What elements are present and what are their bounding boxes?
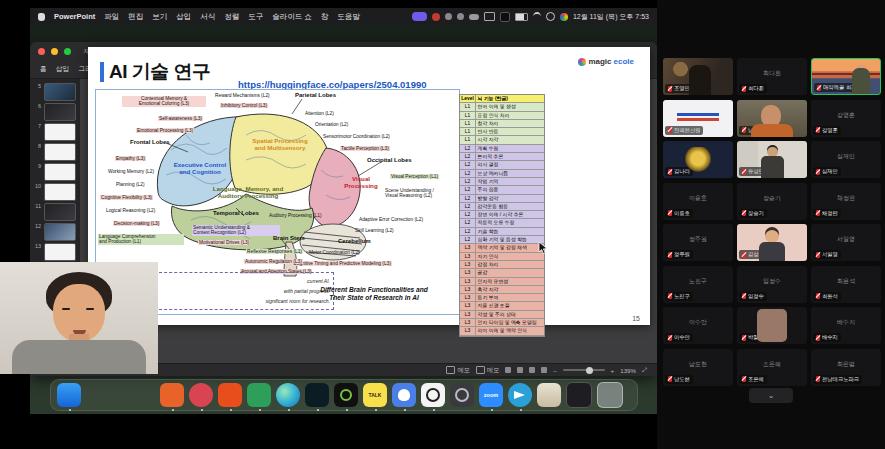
participant-tile[interactable]: 정주원 정주원 [663,224,733,261]
menubar-item[interactable]: 서식 [200,12,215,22]
comments-button[interactable]: 메모 [476,366,499,375]
trash-icon[interactable] [597,382,623,408]
screen-share-indicator-icon[interactable] [412,12,427,21]
participant-tile[interactable]: 남도현 남도현 [663,349,733,386]
normal-view-button[interactable] [505,367,511,373]
slideshow-button[interactable] [541,367,547,373]
terminal-icon[interactable] [566,382,592,408]
menubar-item[interactable]: 정렬 [224,12,239,22]
slide-sorter-button[interactable] [517,367,523,373]
participant-tile[interactable]: 조영민 [663,58,733,95]
zoom-level[interactable]: 139% [620,367,636,374]
participant-tile[interactable]: 채정완 채정완 [811,183,881,220]
openai-gray-icon[interactable] [450,383,474,407]
participant-tile[interactable]: 김성수 [737,224,807,261]
menubar-item[interactable]: 창 [321,12,329,22]
reading-view-button[interactable] [529,367,535,373]
display-icon[interactable] [484,12,495,21]
status-dot-icon[interactable] [457,13,464,20]
participant-tile[interactable]: 임정수 임정수 [737,266,807,303]
participant-tile[interactable]: 매직에꼴 최지구 [811,58,881,95]
red-app-icon[interactable] [189,383,213,407]
maximize-button[interactable] [64,48,71,55]
notes-button[interactable]: 메모 [446,366,469,375]
close-button[interactable] [38,48,45,55]
slide-thumbnail[interactable]: 8 [34,143,76,161]
notion-icon[interactable] [500,12,510,22]
menubar-item[interactable]: 도구 [248,12,263,22]
slide-thumbnail[interactable]: 5 [34,83,76,101]
participant-tile[interactable]: 김나라 [663,141,733,178]
participant-tile[interactable]: 장승기 장승기 [737,183,807,220]
blue-assistant-app-icon[interactable] [392,383,416,407]
kakaotalk-icon[interactable] [363,383,387,407]
slide-number: 13 [34,243,41,249]
menubar-item[interactable]: 도움말 [337,12,360,22]
participant-tile[interactable]: 유상민 [737,141,807,178]
battery-icon[interactable] [515,13,528,21]
menubar-item[interactable]: 삽입 [176,12,191,22]
onedrive-cloud-icon[interactable] [469,14,479,20]
minimize-button[interactable] [51,48,58,55]
participant-tile[interactable]: 최다흰 최다흰 [737,58,807,95]
slide-thumbnail[interactable]: 9 [34,163,76,181]
starburst-app-icon[interactable] [218,383,242,407]
participant-name-label: 한국전산원 [665,126,703,135]
slide-thumbnail[interactable]: 11 [34,203,76,221]
menubar-item[interactable]: PowerPoint [54,12,95,22]
account-icon[interactable] [445,13,452,20]
edge-browser-icon[interactable] [276,383,300,407]
menubar-item[interactable]: 보기 [152,12,167,22]
fullscreen-icon[interactable]: ⤢ [642,366,647,374]
slide-thumbnail[interactable]: 7 [34,123,76,141]
level-cell: L3 [460,302,476,309]
slide-thumbnail[interactable]: 6 [34,103,76,121]
participant-tile[interactable]: 남서울 김민수 [737,100,807,137]
participant-tile[interactable]: 강영훈 강영훈 [811,100,881,137]
level-cell: L3 [460,261,476,268]
ribbon-tab[interactable]: 삽입 [56,64,70,74]
participant-tile[interactable]: 최윤석 최윤석 [811,266,881,303]
show-more-participants-button[interactable]: ⌄ [749,388,793,403]
chatgpt-icon[interactable] [421,383,445,407]
menubar-item[interactable]: 슬라이드 쇼 [272,12,312,22]
finder-icon[interactable] [57,383,81,407]
presenter-webcam-video[interactable] [0,262,158,374]
zoom-in-icon[interactable]: + [611,367,615,374]
apple-menu-icon[interactable] [38,13,45,21]
table-row: L2 작업 기억 [460,178,544,186]
zoom-out-icon[interactable]: – [553,367,556,374]
excel-icon[interactable] [247,383,271,407]
slide-thumbnail[interactable]: 10 [34,183,76,201]
record-status-icon[interactable] [432,13,440,21]
slide-number: 8 [34,143,41,149]
participant-tile[interactable]: 서일영 서일영 [811,224,881,261]
file-manager-icon[interactable] [537,383,561,407]
participant-tile[interactable]: 박철민 [737,307,807,344]
participant-tile[interactable]: 이수만 이수만 [663,307,733,344]
menubar-clock[interactable]: 12월 11일 (목) 오후 7:53 [573,12,649,22]
slide-thumbnail[interactable]: 12 [34,223,76,241]
zoom-app-icon[interactable] [479,383,503,407]
menubar-item[interactable]: 편집 [128,12,143,22]
telegram-icon[interactable] [508,383,532,407]
spotlight-search-icon[interactable] [546,12,555,21]
participant-tile[interactable]: 한국전산원 [663,100,733,137]
participant-tile[interactable]: 배수지 배수지 [811,307,881,344]
participant-tile[interactable]: 심재민 심재민 [811,141,881,178]
dooray-icon[interactable] [160,383,184,407]
muted-mic-icon [668,86,672,92]
participant-tile[interactable]: 노진구 노진구 [663,266,733,303]
pinwheel-icon[interactable] [560,13,568,21]
green-ring-app-icon[interactable] [334,383,358,407]
slide-thumbnail[interactable]: 13 [34,243,76,261]
wifi-icon[interactable] [533,12,541,22]
audio-wave-app-icon[interactable] [305,383,329,407]
participant-tile[interactable]: 최은별 전남테크노파크 [811,349,881,386]
zoom-slider[interactable] [563,369,605,371]
muted-mic-icon [742,127,746,133]
participant-tile[interactable]: 조은혜 조은혜 [737,349,807,386]
ribbon-tab[interactable]: 홈 [40,64,47,74]
menubar-item[interactable]: 파일 [104,12,119,22]
participant-tile[interactable]: 이용호 이용호 [663,183,733,220]
